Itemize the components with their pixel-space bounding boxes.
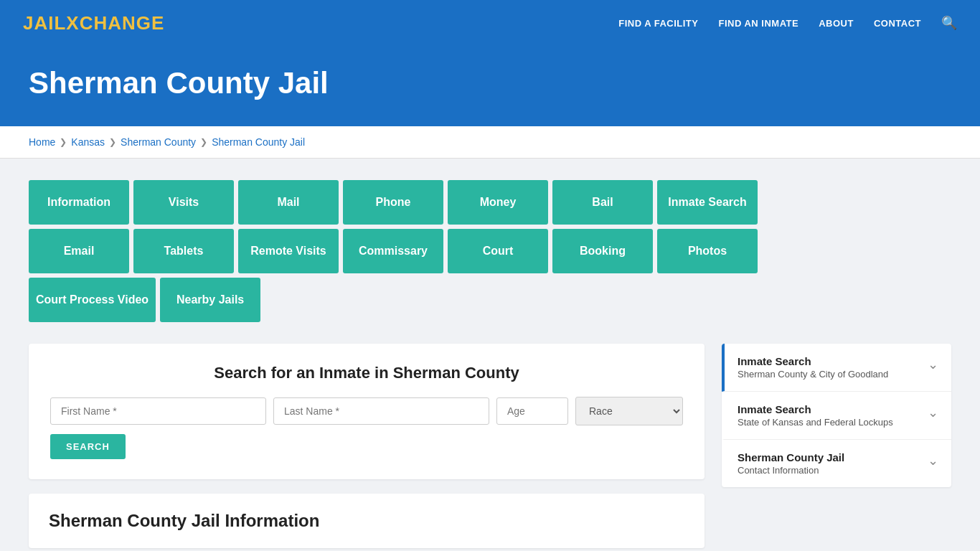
- chevron-down-icon-1: ⌄: [928, 405, 938, 420]
- main-content: Information Visits Mail Phone Money Bail…: [0, 159, 980, 551]
- btn-money[interactable]: Money: [448, 180, 548, 225]
- breadcrumb: Home ❯ Kansas ❯ Sherman County ❯ Sherman…: [29, 136, 951, 148]
- sidebar-item-0-text: Inmate Search Sherman County & City of G…: [738, 355, 888, 380]
- last-name-input[interactable]: [273, 397, 489, 425]
- sidebar-item-2-subtitle: Contact Information: [738, 465, 844, 476]
- breadcrumb-current: Sherman County Jail: [212, 136, 305, 148]
- chevron-down-icon-0: ⌄: [928, 357, 938, 372]
- main-nav: FIND A FACILITY FIND AN INMATE ABOUT CON…: [618, 15, 957, 31]
- nav-buttons-grid: Information Visits Mail Phone Money Bail…: [29, 180, 818, 322]
- breadcrumb-sep-2: ❯: [109, 137, 116, 147]
- nav-contact[interactable]: CONTACT: [874, 18, 921, 29]
- site-header: JAILXCHANGE FIND A FACILITY FIND AN INMA…: [0, 0, 980, 46]
- btn-nearby-jails[interactable]: Nearby Jails: [160, 278, 260, 322]
- btn-bail[interactable]: Bail: [552, 180, 653, 225]
- btn-commissary[interactable]: Commissary: [343, 229, 443, 273]
- btn-inmate-search[interactable]: Inmate Search: [657, 180, 758, 225]
- btn-phone[interactable]: Phone: [343, 180, 443, 225]
- hero-section: Sherman County Jail: [0, 46, 980, 126]
- btn-visits[interactable]: Visits: [133, 180, 234, 225]
- nav-about[interactable]: ABOUT: [819, 18, 854, 29]
- logo-jail: JAIL: [23, 12, 66, 34]
- btn-email[interactable]: Email: [29, 229, 129, 273]
- inmate-search-box: Search for an Inmate in Sherman County R…: [29, 344, 705, 479]
- btn-mail[interactable]: Mail: [238, 180, 339, 225]
- nav-find-facility[interactable]: FIND A FACILITY: [618, 18, 698, 29]
- sidebar-item-0[interactable]: Inmate Search Sherman County & City of G…: [722, 344, 951, 392]
- btn-court-process-video[interactable]: Court Process Video: [29, 278, 156, 322]
- sidebar-item-1-subtitle: State of Kansas and Federal Lockups: [738, 417, 893, 428]
- age-input[interactable]: [496, 397, 568, 425]
- sidebar-item-2-text: Sherman County Jail Contact Information: [738, 451, 844, 476]
- page-title: Sherman County Jail: [29, 66, 951, 100]
- search-form: Race White Black Hispanic Asian Other: [50, 397, 683, 425]
- sidebar-item-0-subtitle: Sherman County & City of Goodland: [738, 369, 888, 380]
- btn-booking[interactable]: Booking: [552, 229, 653, 273]
- first-name-input[interactable]: [50, 397, 266, 425]
- race-select[interactable]: Race White Black Hispanic Asian Other: [575, 397, 683, 425]
- breadcrumb-bar: Home ❯ Kansas ❯ Sherman County ❯ Sherman…: [0, 126, 980, 159]
- inmate-search-title: Search for an Inmate in Sherman County: [50, 364, 683, 382]
- sidebar-item-1[interactable]: Inmate Search State of Kansas and Federa…: [722, 392, 951, 440]
- sidebar-item-0-title: Inmate Search: [738, 355, 888, 367]
- btn-court[interactable]: Court: [448, 229, 548, 273]
- left-panel: Search for an Inmate in Sherman County R…: [29, 344, 705, 548]
- content-area: Search for an Inmate in Sherman County R…: [29, 344, 951, 548]
- breadcrumb-sep-3: ❯: [200, 137, 207, 147]
- sidebar-item-2[interactable]: Sherman County Jail Contact Information …: [722, 440, 951, 487]
- btn-information[interactable]: Information: [29, 180, 129, 225]
- sidebar-card: Inmate Search Sherman County & City of G…: [722, 344, 951, 487]
- btn-tablets[interactable]: Tablets: [133, 229, 234, 273]
- jail-info-section: Sherman County Jail Information: [29, 494, 705, 548]
- btn-photos[interactable]: Photos: [657, 229, 758, 273]
- chevron-down-icon-2: ⌄: [928, 453, 938, 468]
- sidebar-item-1-text: Inmate Search State of Kansas and Federa…: [738, 403, 893, 428]
- header-search-button[interactable]: 🔍: [941, 15, 957, 31]
- sidebar-item-1-title: Inmate Search: [738, 403, 893, 415]
- right-sidebar: Inmate Search Sherman County & City of G…: [722, 344, 951, 487]
- sidebar-item-2-title: Sherman County Jail: [738, 451, 844, 463]
- breadcrumb-kansas[interactable]: Kansas: [71, 136, 105, 148]
- breadcrumb-sep-1: ❯: [60, 137, 67, 147]
- btn-remote-visits[interactable]: Remote Visits: [238, 229, 339, 273]
- logo-x: X: [66, 12, 79, 34]
- breadcrumb-sherman-county[interactable]: Sherman County: [121, 136, 196, 148]
- site-logo[interactable]: JAILXCHANGE: [23, 12, 164, 34]
- jail-info-title: Sherman County Jail Information: [49, 511, 684, 531]
- search-submit-button[interactable]: SEARCH: [50, 434, 126, 459]
- logo-exchange: CHANGE: [80, 12, 165, 34]
- breadcrumb-home[interactable]: Home: [29, 136, 55, 148]
- nav-find-inmate[interactable]: FIND AN INMATE: [718, 18, 798, 29]
